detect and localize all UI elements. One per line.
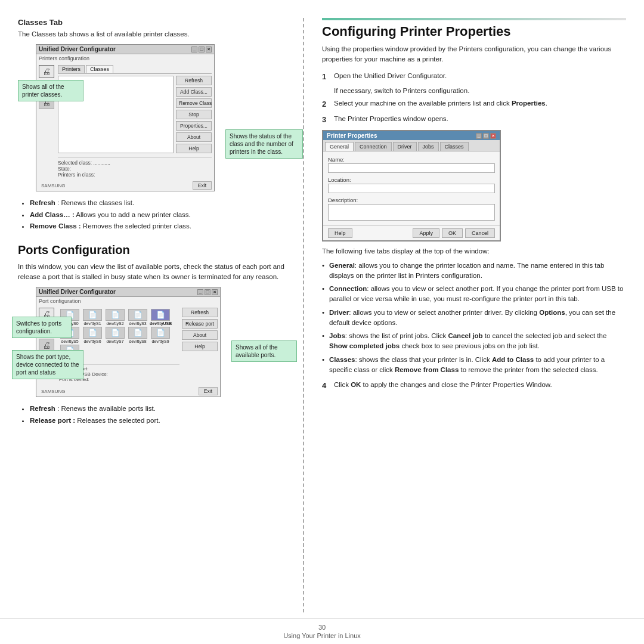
port-icon-6: 📄	[83, 327, 102, 339]
ports-release-btn[interactable]: Release port	[182, 319, 218, 329]
port-icon-9: 📄	[151, 327, 170, 339]
dialog-ok-btn[interactable]: OK	[442, 228, 463, 238]
ss-tab-classes[interactable]: Classes	[86, 65, 113, 73]
classes-tab-title: Classes Tab	[18, 18, 285, 27]
after-dialog-text: The following five tabs display at the t…	[322, 246, 626, 256]
step-2-num: 2	[322, 98, 330, 110]
port-item-3: 📄 dev/ttyS2	[104, 309, 126, 326]
ss-remove-class-btn[interactable]: Remove Class	[176, 98, 212, 108]
port-label-5: dev/ttyS5	[59, 339, 80, 343]
ss-title: Unified Driver Configurator	[39, 46, 116, 52]
port-item-2: 📄 dev/ttyS1	[82, 309, 103, 326]
port-icon-4: 📄	[128, 309, 147, 321]
ports-help-btn[interactable]: Help	[182, 342, 218, 351]
dialog-minimize[interactable]: _	[476, 133, 482, 139]
ports-ss-minimize[interactable]: _	[197, 289, 203, 295]
dialog-maximize[interactable]: □	[483, 133, 489, 139]
step-3: 3 The Printer Properties window opens.	[322, 114, 626, 126]
ports-icon-1: 🖨	[39, 308, 54, 321]
ports-bottom-bar: SAMSUNG Exit	[36, 386, 220, 397]
ports-ss-close[interactable]: ×	[212, 289, 218, 295]
ss-add-class-btn[interactable]: Add Class...	[176, 87, 212, 97]
dialog-help-btn[interactable]: Help	[328, 228, 352, 238]
ports-bullets: Refresh : Renews the available ports lis…	[24, 403, 285, 426]
bullet-refresh-ports: Refresh : Renews the available ports lis…	[30, 403, 285, 415]
classes-screenshot: Unified Driver Configurator _ □ × Printe…	[36, 44, 215, 191]
field-name-input[interactable]	[328, 163, 495, 173]
ports-ss-main: 📄 dev/ttyS0 📄 dev/ttyS1 📄	[58, 308, 218, 383]
tab-descriptions: General: allows you to change the printe…	[322, 261, 626, 376]
step-3-text: The Printer Properties window opens.	[334, 114, 448, 126]
step-2-text: Select your machine on the available pri…	[334, 98, 547, 110]
ss-help-btn[interactable]: Help	[176, 144, 212, 153]
port-icon-3: 📄	[106, 309, 125, 321]
ss-about-btn[interactable]: About	[176, 132, 212, 142]
ports-ss-maximize[interactable]: □	[205, 289, 210, 295]
ports-buttons: Refresh Release port About Help	[182, 308, 218, 383]
ss-stop-btn[interactable]: Stop	[176, 110, 212, 119]
port-label-1: dev/ttyS0	[59, 321, 80, 326]
port-item-10: 📄 dev/ttyS10	[59, 345, 80, 361]
port-item-8: 📄 dev/ttyS8	[127, 327, 148, 343]
dialog-title: Printer Properties	[327, 132, 377, 139]
dialog-tab-driver[interactable]: Driver	[393, 142, 417, 151]
port-label-usb: dev/ttyUSB	[150, 321, 171, 326]
port-label-2: dev/ttyS1	[82, 321, 103, 326]
port-type-info: Port type: USB Device:	[59, 371, 178, 377]
dialog-cancel-btn[interactable]: Cancel	[465, 228, 495, 238]
ss-titlebar: Unified Driver Configurator _ □ ×	[36, 45, 214, 54]
ss-buttons: Refresh Add Class... Remove Class Stop P…	[176, 76, 212, 153]
port-icon-7: 📄	[106, 327, 125, 339]
tab-desc-connection: Connection: allows you to view or select…	[322, 284, 626, 305]
ports-about-btn[interactable]: About	[182, 330, 218, 340]
ss-bottom-bar: SAMSUNG Exit	[36, 180, 214, 191]
ss-status: Selected class: ............ State: Prin…	[58, 157, 212, 178]
dialog-window-buttons: _ □ ×	[476, 133, 496, 139]
ss-maximize-btn[interactable]: □	[199, 47, 205, 52]
port-item-5: 📄 dev/ttyS5	[59, 327, 80, 343]
dialog-close[interactable]: ×	[490, 133, 496, 139]
ss-exit-btn[interactable]: Exit	[193, 181, 212, 190]
step-4: 4 Click OK to apply the changes and clos…	[322, 380, 626, 392]
field-name-label: Name:	[328, 156, 495, 163]
page-number: 30	[5, 624, 639, 631]
port-label-8: dev/ttyS8	[127, 339, 148, 343]
ss-refresh-btn[interactable]: Refresh	[176, 76, 212, 85]
port-label-9: dev/ttyS9	[150, 339, 171, 343]
ss-icons: 🖨 🖨 🖨	[39, 65, 55, 178]
tab-desc-jobs: Jobs: shows the list of print jobs. Clic…	[322, 331, 626, 352]
dialog-tab-general[interactable]: General	[325, 142, 354, 151]
ss-close-btn[interactable]: ×	[206, 47, 212, 52]
dialog-apply-btn[interactable]: Apply	[413, 228, 439, 238]
ports-exit-btn[interactable]: Exit	[199, 387, 218, 395]
port-item-usb: 📄 dev/ttyUSB	[150, 309, 171, 326]
ports-list-container: 📄 dev/ttyS0 📄 dev/ttyS1 📄	[58, 308, 179, 383]
dialog-tab-classes[interactable]: Classes	[440, 142, 469, 151]
ss-printers-in-class: Printers in class:	[58, 172, 212, 178]
dialog-tab-connection[interactable]: Connection	[355, 142, 392, 151]
ports-refresh-btn[interactable]: Refresh	[182, 308, 218, 317]
classes-tab-description: The Classes tab shows a list of availabl…	[18, 29, 285, 39]
port-label-4: dev/ttyS3	[127, 321, 148, 326]
callout-ports-available: Shows all of the available ports.	[231, 340, 297, 362]
ss-tab-printers[interactable]: Printers	[58, 65, 85, 73]
field-location: Location:	[328, 177, 495, 193]
tab-desc-classes: Classes: shows the class that your print…	[322, 355, 626, 376]
tab-desc-driver: Driver: allows you to view or select ano…	[322, 308, 626, 329]
ss-properties-btn[interactable]: Properties...	[176, 121, 212, 131]
port-item-7: 📄 dev/ttyS7	[104, 327, 126, 343]
ss-row-area: Refresh Add Class... Remove Class Stop P…	[58, 76, 212, 153]
ports-config-title: Ports Configuration	[18, 243, 285, 257]
step-2: 2 Select your machine on the available p…	[322, 98, 626, 110]
ports-ss-title: Unified Driver Configurator	[39, 289, 116, 295]
ports-ss-logo: SAMSUNG	[39, 388, 67, 395]
ss-tabs: Printers Classes	[58, 65, 212, 74]
ss-list	[58, 76, 174, 153]
selected-port-label: Selected port:	[59, 366, 178, 371]
field-description-input[interactable]	[328, 204, 495, 221]
dialog-tab-jobs[interactable]: Jobs	[418, 142, 439, 151]
field-location-input[interactable]	[328, 184, 495, 193]
classes-tab-section: Classes Tab The Classes tab shows a list…	[18, 18, 285, 233]
ss-minimize-btn[interactable]: _	[191, 47, 197, 52]
left-column: Classes Tab The Classes tab shows a list…	[18, 18, 304, 612]
